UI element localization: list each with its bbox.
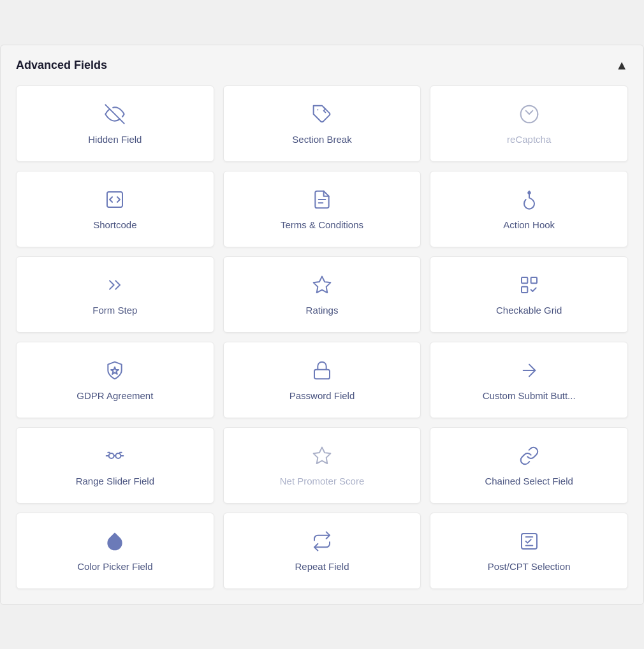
svg-marker-10 <box>111 367 119 374</box>
field-label-range-slider: Range Slider Field <box>76 475 154 488</box>
field-card-chained-select[interactable]: Chained Select Field <box>430 427 628 504</box>
shortcode-icon <box>105 189 125 212</box>
form-step-icon <box>105 275 125 298</box>
checkable-grid-icon <box>519 275 539 298</box>
field-label-action-hook: Action Hook <box>503 219 555 231</box>
field-label-custom-submit: Custom Submit Butt... <box>483 390 576 402</box>
field-label-password-field: Password Field <box>289 390 355 402</box>
star-icon <box>312 275 332 298</box>
field-label-repeat-field: Repeat Field <box>295 560 349 573</box>
svg-rect-7 <box>522 277 527 283</box>
svg-rect-11 <box>314 369 330 379</box>
field-card-hidden-field[interactable]: Hidden Field <box>16 85 214 162</box>
eye-off-icon <box>105 104 125 127</box>
panel-header: Advanced Fields ▲ <box>16 58 628 73</box>
field-card-form-step[interactable]: Form Step <box>16 256 214 333</box>
document-icon <box>312 189 332 212</box>
field-card-shortcode[interactable]: Shortcode <box>16 171 214 247</box>
field-label-terms-conditions: Terms & Conditions <box>281 219 363 231</box>
field-card-net-promoter[interactable]: Net Promoter Score <box>223 427 421 504</box>
field-card-ratings[interactable]: Ratings <box>223 256 421 333</box>
field-label-hidden-field: Hidden Field <box>88 133 142 146</box>
field-label-section-break: Section Break <box>292 133 351 146</box>
chain-icon <box>519 446 539 469</box>
svg-point-14 <box>109 453 114 458</box>
field-card-password-field[interactable]: Password Field <box>223 342 421 418</box>
droplet-icon <box>105 531 125 554</box>
field-card-terms-conditions[interactable]: Terms & Conditions <box>223 171 421 247</box>
hook-icon <box>519 189 539 212</box>
fields-grid: Hidden Field Section Break reCaptcha Sho… <box>16 85 628 589</box>
field-label-form-step: Form Step <box>92 304 137 317</box>
field-card-custom-submit[interactable]: Custom Submit Butt... <box>430 342 628 418</box>
field-card-recaptcha[interactable]: reCaptcha <box>430 85 628 162</box>
field-card-gdpr-agreement[interactable]: GDPR Agreement <box>16 342 214 418</box>
recaptcha-icon <box>519 104 539 127</box>
field-label-shortcode: Shortcode <box>93 219 136 231</box>
svg-marker-6 <box>314 276 331 292</box>
field-card-repeat-field[interactable]: Repeat Field <box>223 513 421 589</box>
advanced-fields-panel: Advanced Fields ▲ Hidden Field Section B… <box>0 45 644 605</box>
svg-point-15 <box>116 453 121 458</box>
field-label-net-promoter: Net Promoter Score <box>280 475 365 488</box>
field-card-section-break[interactable]: Section Break <box>223 85 421 162</box>
puzzle-icon <box>312 104 332 127</box>
post-select-icon <box>519 531 539 554</box>
field-card-action-hook[interactable]: Action Hook <box>430 171 628 247</box>
field-label-gdpr-agreement: GDPR Agreement <box>77 390 153 402</box>
shield-star-icon <box>105 360 125 383</box>
arrow-right-icon <box>519 360 539 383</box>
field-label-ratings: Ratings <box>306 304 339 317</box>
field-card-range-slider[interactable]: Range Slider Field <box>16 427 214 504</box>
range-slider-icon <box>105 446 125 469</box>
field-card-checkable-grid[interactable]: Checkable Grid <box>430 256 628 333</box>
repeat-icon <box>312 531 332 554</box>
field-label-color-picker: Color Picker Field <box>77 560 152 573</box>
svg-point-5 <box>527 191 531 194</box>
collapse-button[interactable]: ▲ <box>615 58 628 73</box>
star-icon <box>312 446 332 469</box>
lock-icon <box>312 360 332 383</box>
panel-title: Advanced Fields <box>16 59 107 72</box>
field-label-post-cpt: Post/CPT Selection <box>488 560 571 573</box>
svg-rect-9 <box>522 286 527 292</box>
field-label-recaptcha: reCaptcha <box>507 133 551 146</box>
field-label-checkable-grid: Checkable Grid <box>496 304 562 317</box>
field-label-chained-select: Chained Select Field <box>485 475 573 488</box>
svg-marker-18 <box>314 447 331 463</box>
field-card-color-picker[interactable]: Color Picker Field <box>16 513 214 589</box>
field-card-post-cpt[interactable]: Post/CPT Selection <box>430 513 628 589</box>
svg-rect-8 <box>531 277 536 283</box>
